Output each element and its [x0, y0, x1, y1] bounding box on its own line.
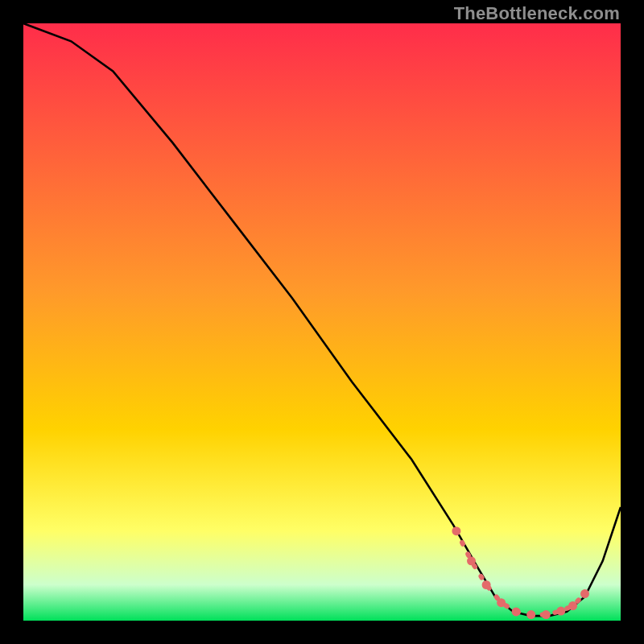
- optimal-marker: [556, 607, 565, 616]
- optimal-marker: [512, 607, 521, 616]
- optimal-marker: [497, 598, 506, 607]
- watermark-text: TheBottleneck.com: [454, 3, 620, 24]
- optimal-marker: [542, 610, 551, 619]
- optimal-marker: [467, 556, 476, 565]
- optimal-marker: [568, 601, 577, 610]
- plot-area: [23, 23, 621, 621]
- optimal-marker: [482, 580, 491, 589]
- gradient-background: [23, 23, 621, 621]
- chart-svg: [23, 23, 621, 621]
- optimal-marker: [526, 610, 535, 619]
- optimal-marker: [580, 589, 589, 598]
- chart-frame: TheBottleneck.com: [0, 0, 644, 644]
- optimal-marker: [452, 526, 460, 535]
